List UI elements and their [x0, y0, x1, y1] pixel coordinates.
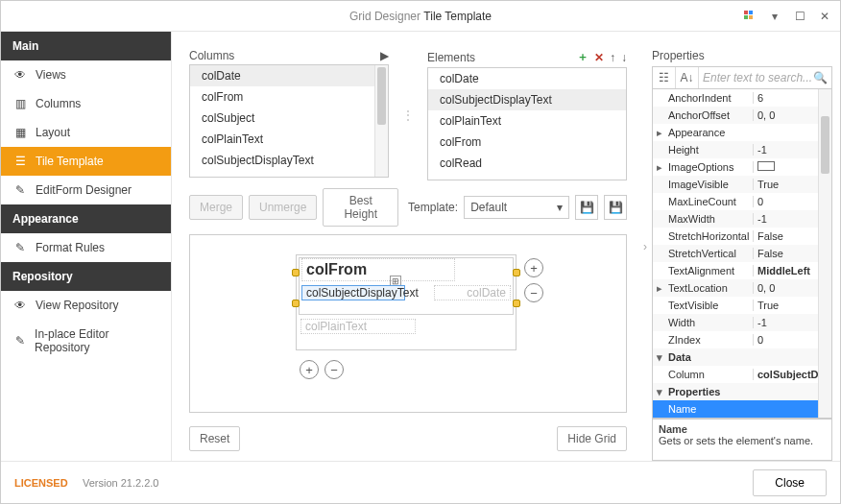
tile-designer[interactable]: colFrom ⊞ colSubjectDisplayText colDate …	[189, 234, 627, 413]
add-column-button[interactable]: +	[524, 258, 543, 277]
properties-search[interactable]: Enter text to search... 🔍	[699, 71, 831, 84]
property-row[interactable]: ColumncolSubjectDis	[653, 366, 831, 383]
cell-colplaintext[interactable]: colPlainText	[300, 319, 416, 334]
elements-list-item[interactable]: colFrom	[428, 132, 626, 153]
elements-title: Elements	[427, 51, 475, 64]
grid-icon[interactable]	[742, 9, 757, 24]
remove-column-button[interactable]: −	[524, 283, 543, 302]
save-icon[interactable]: 💾	[575, 195, 598, 220]
save-as-icon[interactable]: 💾	[604, 195, 627, 220]
sidebar-item-label: Tile Template	[36, 155, 104, 168]
delete-icon[interactable]: ✕	[594, 51, 604, 64]
close-button[interactable]: Close	[753, 469, 827, 496]
elements-list-item[interactable]: colRead	[428, 153, 626, 174]
columns-list[interactable]: colDatecolFromcolSubjectcolPlainTextcolS…	[189, 64, 389, 178]
sidebar-header-repository: Repository	[1, 262, 171, 291]
property-row[interactable]: ▸Appearance	[653, 124, 831, 141]
sidebar-item-view-repo[interactable]: 👁View Repository	[1, 291, 171, 320]
property-row[interactable]: ZIndex0	[653, 331, 831, 348]
add-icon[interactable]: ＋	[577, 49, 589, 65]
template-combo[interactable]: Default ▾	[464, 196, 569, 219]
best-height-button[interactable]: Best Height	[323, 188, 398, 227]
cell-coldate[interactable]: colDate	[434, 285, 511, 300]
properties-panel: Properties ☷ A↓ Enter text to search... …	[652, 32, 840, 461]
property-category[interactable]: ▾Table Layout	[653, 418, 831, 419]
elements-list-item[interactable]: colSubjectDisplayText	[428, 89, 626, 110]
dropdown-icon[interactable]: ▾	[767, 9, 782, 24]
layout-icon: ▦	[12, 126, 28, 139]
splitter[interactable]: ⋮	[404, 49, 412, 180]
property-row[interactable]: MaxLineCount0	[653, 193, 831, 210]
categorized-icon[interactable]: ☷	[653, 67, 676, 88]
elements-list[interactable]: colDatecolSubjectDisplayTextcolPlainText…	[427, 67, 627, 180]
property-row[interactable]: AnchorOffset0, 0	[653, 107, 831, 124]
sidebar-item-format-rules[interactable]: ✎Format Rules	[1, 233, 171, 262]
property-category[interactable]: ▾Data	[653, 348, 831, 366]
template-label: Template:	[408, 201, 458, 214]
cell-selected[interactable]: colSubjectDisplayText	[301, 285, 405, 300]
elements-panel: Elements ＋ ✕ ↑ ↓ colDatecolSubjectDispla…	[427, 49, 627, 180]
handle-icon[interactable]	[513, 300, 520, 307]
svg-rect-2	[744, 15, 748, 19]
eye-icon: 👁	[12, 299, 28, 312]
handle-icon[interactable]	[292, 300, 300, 307]
handle-icon[interactable]	[513, 269, 520, 276]
move-down-icon[interactable]: ↓	[621, 51, 627, 64]
sidebar-item-inplace-repo[interactable]: ✎In-place Editor Repository	[1, 320, 171, 362]
desc-name: Name	[659, 423, 826, 435]
reset-button[interactable]: Reset	[189, 426, 240, 451]
property-row[interactable]: ▸TextLocation0, 0	[653, 279, 831, 297]
alphabetical-icon[interactable]: A↓	[676, 67, 699, 88]
chevron-down-icon: ▾	[557, 201, 563, 214]
scrollbar[interactable]	[374, 65, 388, 177]
property-row[interactable]: AnchorIndent6	[653, 89, 831, 107]
play-icon[interactable]: ▶	[380, 49, 389, 62]
columns-list-item[interactable]: colFrom	[190, 86, 388, 108]
property-row[interactable]: Name	[653, 400, 831, 418]
elements-list-item[interactable]: colPlainText	[428, 110, 626, 132]
remove-row-button[interactable]: −	[324, 360, 344, 379]
sidebar-item-layout[interactable]: ▦Layout	[1, 118, 171, 147]
property-category[interactable]: ▾Properties	[653, 383, 831, 400]
property-row[interactable]: ▸ImageOptions	[653, 158, 831, 176]
property-row[interactable]: Width-1	[653, 314, 831, 331]
titlebar-controls: ▾ ☐ ✕	[742, 1, 832, 31]
licensed-label: LICENSED	[14, 477, 68, 489]
columns-list-item[interactable]: colSubjectDisplayText	[190, 150, 388, 171]
close-icon[interactable]: ✕	[817, 9, 832, 24]
elements-list-item[interactable]: colDate	[428, 68, 626, 89]
property-row[interactable]: MaxWidth-1	[653, 210, 831, 228]
columns-list-item[interactable]: colDate	[190, 65, 388, 86]
handle-icon[interactable]	[292, 269, 300, 276]
columns-list-item[interactable]: colRead	[190, 171, 388, 178]
property-row[interactable]: TextVisibleTrue	[653, 297, 831, 314]
tile-outline: colFrom ⊞ colSubjectDisplayText colDate …	[296, 254, 517, 350]
sidebar-header-appearance: Appearance	[1, 204, 171, 233]
scrollbar[interactable]	[818, 89, 831, 418]
desc-text: Gets or sets the element's name.	[659, 435, 826, 446]
cell-colfrom[interactable]: colFrom	[301, 258, 455, 281]
properties-grid[interactable]: AnchorIndent6AnchorOffset0, 0▸Appearance…	[652, 89, 832, 419]
property-row[interactable]: TextAlignmentMiddleLeft	[653, 262, 831, 279]
sidebar: Main 👁Views ▥Columns ▦Layout ☰Tile Templ…	[1, 32, 172, 461]
columns-list-item[interactable]: colSubject	[190, 108, 388, 129]
sidebar-item-editform[interactable]: ✎EditForm Designer	[1, 176, 171, 204]
hide-grid-button[interactable]: Hide Grid	[557, 426, 627, 451]
add-row-button[interactable]: +	[300, 360, 319, 379]
footer: LICENSED Version 21.2.2.0 Close	[1, 461, 840, 503]
sidebar-item-label: Format Rules	[36, 241, 105, 254]
sidebar-item-views[interactable]: 👁Views	[1, 60, 171, 89]
unmerge-button[interactable]: Unmerge	[249, 195, 317, 220]
property-row[interactable]: StretchHorizontalFalse	[653, 228, 831, 245]
maximize-icon[interactable]: ☐	[792, 9, 807, 24]
right-splitter[interactable]: ›	[638, 32, 652, 461]
property-row[interactable]: ImageVisibleTrue	[653, 176, 831, 193]
sidebar-item-tile-template[interactable]: ☰Tile Template	[1, 147, 171, 176]
merge-button[interactable]: Merge	[189, 195, 243, 220]
eye-icon: 👁	[12, 68, 28, 82]
columns-list-item[interactable]: colPlainText	[190, 129, 388, 150]
property-row[interactable]: StretchVerticalFalse	[653, 245, 831, 262]
property-row[interactable]: Height-1	[653, 141, 831, 158]
move-up-icon[interactable]: ↑	[610, 51, 615, 64]
sidebar-item-columns[interactable]: ▥Columns	[1, 89, 171, 118]
